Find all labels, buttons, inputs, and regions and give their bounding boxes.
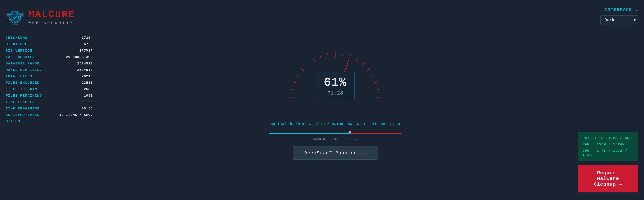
stat-label: ACHIEVED SPEED bbox=[6, 113, 40, 117]
svg-line-21 bbox=[372, 75, 374, 77]
stat-label: SIG VERSION bbox=[6, 49, 32, 52]
gauge-display: 61% 01:28 bbox=[316, 72, 354, 100]
stat-value: 6759 bbox=[84, 42, 93, 46]
progress-bar-fill bbox=[269, 133, 350, 134]
stat-value: 1P7V1P bbox=[79, 49, 93, 52]
stat-label: LAST UPDATED bbox=[6, 55, 35, 59]
stat-row: TOTAL FILES26216 bbox=[6, 74, 93, 78]
interface-area: INTERFACE : Dark Light ▼ bbox=[578, 7, 638, 25]
logo-text-area: MALCURE WEB SECURITY bbox=[28, 9, 75, 25]
stat-row: FILES TO SCAN2683 bbox=[6, 87, 93, 91]
stat-label: SIGNATURES bbox=[6, 42, 30, 46]
svg-line-22 bbox=[376, 89, 379, 90]
svg-line-19 bbox=[350, 55, 350, 58]
stat-value: 2534510 bbox=[77, 62, 93, 65]
stat-label: TIME ELAPSED bbox=[6, 100, 35, 104]
gauge-container: 61% 01:28 bbox=[269, 40, 402, 116]
logo-icon bbox=[6, 7, 24, 26]
cpu-stat: CPU : 1.45 / 1.72 / 1.36 bbox=[582, 149, 634, 157]
svg-line-17 bbox=[328, 53, 328, 56]
stat-row: FILES EXCLUDED23533 bbox=[6, 81, 93, 85]
stat-value: 01:28 bbox=[82, 100, 93, 104]
stat-value: 1051 bbox=[84, 94, 93, 98]
progress-bar-remaining bbox=[350, 133, 402, 134]
cleanup-button[interactable]: Request Malware Cleanup → bbox=[578, 165, 638, 193]
gauge-time: 01:28 bbox=[324, 90, 346, 96]
scan-file-text: wp-includes/html-api/html5-named-charact… bbox=[270, 122, 400, 126]
logo-subtitle: WEB SECURITY bbox=[28, 21, 75, 25]
left-panel: MALCURE WEB SECURITY CHECKSUMS17304SIGNA… bbox=[0, 0, 98, 200]
svg-line-7 bbox=[312, 58, 315, 62]
svg-line-6 bbox=[300, 68, 304, 71]
stat-label: TOTAL FILES bbox=[6, 74, 32, 78]
stat-label: FILES REMAINING bbox=[6, 94, 42, 98]
stat-label: CHECKSUMS bbox=[6, 36, 28, 40]
stat-value: 00:56 bbox=[82, 107, 93, 110]
stat-value: 19 ITEMS / SEC. bbox=[59, 113, 93, 117]
svg-line-14 bbox=[297, 75, 299, 77]
svg-line-5 bbox=[292, 82, 297, 83]
stat-label: FILES EXCLUDED bbox=[6, 81, 40, 85]
ram-stat: RAM : 153M / 1024M bbox=[582, 142, 634, 147]
svg-line-13 bbox=[292, 89, 294, 90]
stat-row: LAST UPDATED20 HOURS AGO bbox=[6, 55, 93, 59]
stat-value: 23533 bbox=[82, 81, 93, 85]
svg-line-20 bbox=[362, 63, 364, 65]
svg-rect-3 bbox=[12, 24, 18, 25]
stat-label: DATABASE RANGE bbox=[6, 62, 40, 65]
svg-line-18 bbox=[342, 53, 343, 56]
stat-row: RANGE REMAINING2534510 bbox=[6, 68, 93, 72]
stat-value: 20 HOURS AGO bbox=[66, 55, 93, 59]
stat-row: DATABASE RANGE2534510 bbox=[6, 62, 93, 65]
rate-stat: RATE : 19 ITEMS / SEC bbox=[582, 136, 634, 140]
svg-line-15 bbox=[307, 63, 308, 65]
stat-value: 17304 bbox=[82, 36, 93, 40]
stat-value: 26216 bbox=[82, 74, 93, 78]
stat-row: ACHIEVED SPEED19 ITEMS / SEC. bbox=[6, 113, 93, 117]
logo-area: MALCURE WEB SECURITY bbox=[6, 7, 93, 26]
scan-items-text: Scan 51 items per req. bbox=[313, 137, 358, 141]
right-panel: INTERFACE : Dark Light ▼ RATE : 19 ITEMS… bbox=[572, 0, 644, 200]
stat-value: 2534510 bbox=[77, 68, 93, 72]
gauge-percent: 61% bbox=[324, 76, 346, 89]
interface-label: INTERFACE : bbox=[605, 7, 638, 12]
stat-row: TIME REMAINING00:56 bbox=[6, 107, 93, 110]
stat-value: 2683 bbox=[84, 87, 93, 91]
interface-select[interactable]: Dark Light bbox=[600, 15, 638, 25]
stat-label: RANGE REMAINING bbox=[6, 68, 42, 72]
stat-row: SIG VERSION1P7V1P bbox=[6, 49, 93, 52]
bottom-right: RATE : 19 ITEMS / SEC RAM : 153M / 1024M… bbox=[578, 132, 638, 193]
stat-label: TIME REMAINING bbox=[6, 107, 40, 110]
stats-box: RATE : 19 ITEMS / SEC RAM : 153M / 1024M… bbox=[578, 132, 638, 161]
stat-row: FILES REMAINING1051 bbox=[6, 94, 93, 98]
select-wrapper[interactable]: Dark Light ▼ bbox=[600, 15, 638, 25]
stats-table: CHECKSUMS17304SIGNATURES6759SIG VERSION1… bbox=[6, 36, 93, 123]
stat-label: STATUS bbox=[6, 119, 20, 123]
stat-row: STATUS bbox=[6, 119, 93, 123]
svg-line-9 bbox=[356, 58, 358, 62]
svg-line-16 bbox=[320, 55, 321, 58]
stat-row: SIGNATURES6759 bbox=[6, 42, 93, 46]
center-panel: 61% 01:28 wp-includes/html-api/html5-nam… bbox=[98, 0, 572, 200]
svg-rect-2 bbox=[14, 23, 16, 24]
logo-title: MALCURE bbox=[28, 9, 75, 20]
stat-label: FILES TO SCAN bbox=[6, 87, 37, 91]
svg-line-11 bbox=[374, 82, 378, 83]
stat-row: CHECKSUMS17304 bbox=[6, 36, 93, 40]
deepscan-button[interactable]: DeepScan™ Running... bbox=[293, 147, 378, 160]
svg-line-10 bbox=[366, 68, 370, 71]
progress-bar-container bbox=[269, 132, 402, 135]
stat-row: TIME ELAPSED01:28 bbox=[6, 100, 93, 104]
